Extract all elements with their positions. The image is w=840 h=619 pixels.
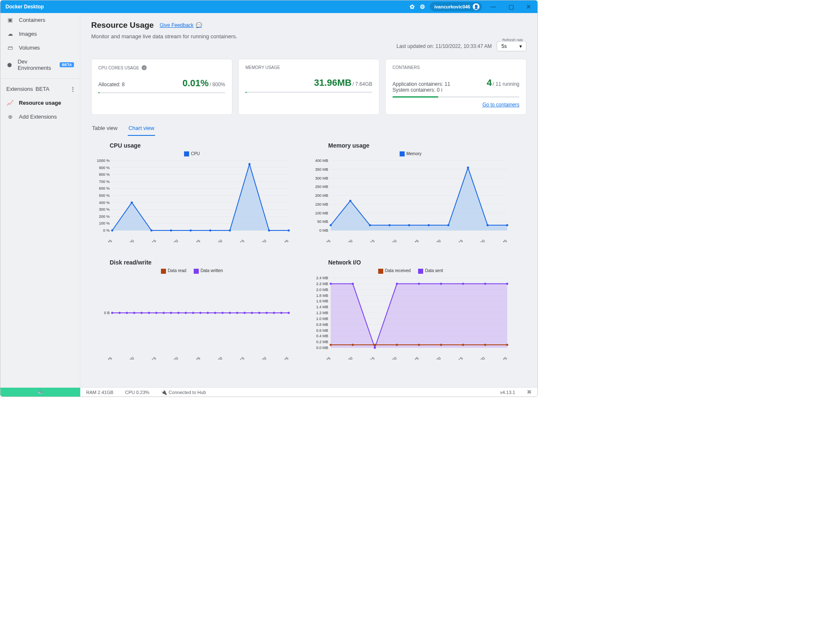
footer-terminal-icon[interactable]: ⌘ [521, 389, 537, 395]
svg-point-98 [244, 312, 246, 314]
info-icon[interactable]: i [142, 65, 147, 70]
legend: CPU [91, 151, 293, 156]
svg-text:10:33:00: 10:33:00 [209, 356, 223, 360]
svg-text:1.8 MB: 1.8 MB [316, 293, 328, 297]
whale-icon: 🐳 [37, 389, 43, 395]
sidebar-item-label: Volumes [19, 45, 40, 51]
svg-text:10:32:15: 10:32:15 [143, 356, 157, 360]
svg-text:400 %: 400 % [99, 201, 110, 205]
sidebar-item-label: Add Extensions [19, 114, 57, 120]
svg-text:10:32:00: 10:32:00 [340, 356, 353, 360]
svg-point-96 [229, 312, 231, 314]
last-updated-label: Last updated on: 11/10/2022, 10:33:47 AM [396, 43, 492, 49]
avatar: 👤 [473, 3, 479, 10]
svg-point-90 [185, 312, 187, 314]
svg-text:100 MB: 100 MB [315, 211, 328, 215]
svg-point-104 [288, 312, 290, 314]
svg-text:10:33:45: 10:33:45 [494, 239, 508, 242]
svg-text:10:32:30: 10:32:30 [384, 356, 398, 360]
svg-text:10:31:45: 10:31:45 [99, 356, 113, 360]
sidebar-item-label: Resource usage [19, 100, 61, 106]
chevron-down-icon: ▾ [519, 43, 522, 49]
svg-point-72 [408, 224, 410, 226]
sidebar-item-dev-environments[interactable]: ⬢ Dev Environments BETA [0, 55, 80, 75]
svg-point-154 [440, 283, 442, 285]
page-subtitle: Monitor and manage live data stream for … [91, 33, 527, 40]
footer-version: v4.13.1 [494, 390, 521, 395]
svg-point-153 [418, 283, 420, 285]
bug-icon[interactable]: ✿ [407, 3, 417, 10]
feedback-icon: 💬 [196, 22, 202, 28]
svg-text:10:32:30: 10:32:30 [384, 239, 398, 242]
svg-text:200 %: 200 % [99, 214, 110, 219]
svg-text:1.0 MB: 1.0 MB [316, 317, 328, 321]
svg-text:10:33:30: 10:33:30 [253, 239, 267, 242]
svg-text:1000 %: 1000 % [97, 159, 110, 163]
sidebar-item-resource-usage[interactable]: 📈 Resource usage [0, 96, 80, 110]
svg-text:0 B: 0 B [104, 311, 110, 315]
legend: Data received Data sent [310, 268, 511, 273]
more-icon[interactable]: ⋮ [70, 86, 76, 92]
refresh-rate-select[interactable]: Refresh rate 5s ▾ [497, 41, 527, 51]
svg-text:10:31:45: 10:31:45 [317, 239, 331, 242]
volumes-icon: 🗃 [6, 45, 14, 51]
svg-text:250 MB: 250 MB [315, 185, 328, 189]
svg-text:300 MB: 300 MB [315, 176, 328, 180]
svg-point-31 [111, 230, 113, 232]
svg-text:0.6 MB: 0.6 MB [316, 328, 328, 332]
whale-status[interactable]: 🐳 [0, 388, 80, 397]
containers-icon: ▣ [6, 17, 14, 23]
chart-disk: Disk read/write Data read Data written 0… [91, 259, 293, 359]
svg-point-38 [248, 163, 250, 165]
chart-cpu-usage: CPU usage CPU 0 %100 %200 %300 %400 %500… [91, 142, 293, 242]
tab-chart-view[interactable]: Chart view [128, 122, 155, 136]
give-feedback-link[interactable]: Give Feedback 💬 [160, 22, 202, 28]
page-title: Resource Usage [91, 21, 154, 30]
svg-text:900 %: 900 % [99, 166, 110, 170]
running-value: 4 [487, 77, 492, 88]
svg-point-159 [352, 344, 354, 346]
svg-text:0 MB: 0 MB [319, 228, 328, 233]
sidebar-item-images[interactable]: ☁ Images [0, 27, 80, 41]
svg-text:10:33:30: 10:33:30 [472, 239, 486, 242]
svg-text:10:32:30: 10:32:30 [165, 239, 179, 242]
go-to-containers-link[interactable]: Go to containers [482, 102, 519, 108]
svg-point-34 [170, 230, 172, 232]
window-minimize-button[interactable]: — [485, 0, 502, 13]
sidebar-item-add-extensions[interactable]: ⊕ Add Extensions [0, 110, 80, 124]
allocated-label: Allocated: 8 [98, 82, 125, 87]
svg-point-83 [133, 312, 135, 314]
cpu-bar [98, 92, 225, 93]
svg-text:10:32:45: 10:32:45 [406, 356, 419, 360]
svg-point-166 [506, 344, 508, 346]
sidebar-item-label: Images [19, 31, 37, 37]
svg-point-101 [266, 312, 268, 314]
svg-point-71 [389, 224, 391, 226]
footer: 🐳 RAM 2.41GB CPU 0.23% 🔌 Connected to Hu… [0, 387, 537, 397]
svg-text:10:32:45: 10:32:45 [187, 239, 201, 242]
cpu-value: 0.01% [182, 78, 208, 88]
svg-point-40 [288, 230, 290, 232]
sidebar-item-volumes[interactable]: 🗃 Volumes [0, 41, 80, 55]
svg-text:10:32:30: 10:32:30 [165, 356, 179, 360]
svg-point-68 [330, 224, 332, 226]
sidebar-item-label: Containers [19, 17, 45, 23]
svg-text:10:33:00: 10:33:00 [428, 239, 442, 242]
tab-table-view[interactable]: Table view [91, 122, 118, 136]
svg-point-77 [506, 224, 508, 226]
divider [0, 78, 80, 79]
svg-point-155 [462, 283, 464, 285]
window-maximize-button[interactable]: ▢ [502, 0, 520, 13]
gear-icon[interactable]: ⚙ [417, 3, 427, 10]
sidebar-item-containers[interactable]: ▣ Containers [0, 13, 80, 27]
svg-point-91 [192, 312, 194, 314]
svg-text:10:33:45: 10:33:45 [494, 356, 508, 360]
user-chip[interactable]: ivancurkovic046 👤 [430, 2, 482, 11]
window-close-button[interactable]: ✕ [520, 0, 537, 13]
svg-point-75 [467, 167, 469, 169]
info-icon[interactable]: i [441, 87, 442, 93]
refresh-rate-label: Refresh rate [500, 38, 525, 42]
svg-text:10:33:15: 10:33:15 [231, 239, 245, 242]
svg-point-162 [418, 344, 420, 346]
svg-point-160 [374, 344, 376, 346]
